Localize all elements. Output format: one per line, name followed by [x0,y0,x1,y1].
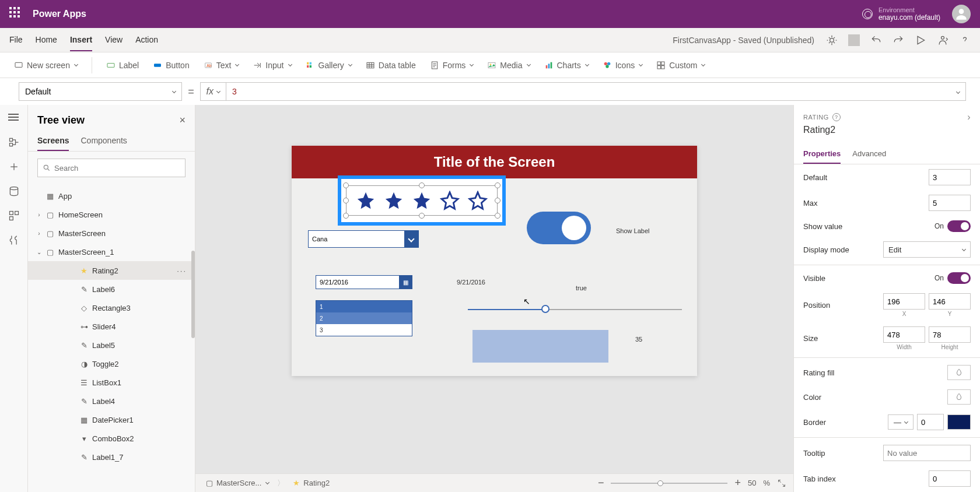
prop-display-mode-select[interactable]: Edit [883,241,971,258]
formula-value[interactable]: 3 [226,87,950,96]
formula-bar[interactable]: fx 3 [200,82,966,101]
zoom-out-icon[interactable]: − [598,477,604,489]
close-tree-icon[interactable]: × [179,114,186,126]
listbox-control[interactable]: 1 2 3 [316,300,412,336]
zoom-slider[interactable] [611,483,727,484]
prop-x-input[interactable] [883,293,925,310]
prop-border-color[interactable] [947,414,971,430]
prop-default-label: Default [803,173,827,182]
prop-color-button[interactable] [947,389,971,405]
tree-view-icon[interactable] [8,136,20,148]
listbox-item[interactable]: 1 [316,301,412,312]
tab-screens[interactable]: Screens [37,131,69,151]
menu-insert[interactable]: Insert [70,29,92,51]
ribbon-icons[interactable]: Icons [603,61,642,70]
ribbon-text[interactable]: Ab Text [204,61,239,70]
share-icon[interactable] [937,34,949,46]
media-panel-icon[interactable] [8,210,20,222]
ribbon-media[interactable]: Media [487,61,530,70]
advanced-tools-icon[interactable] [8,234,20,246]
more-icon[interactable]: ··· [177,266,187,275]
zoom-in-icon[interactable]: + [734,477,741,489]
tree-node-datepicker1[interactable]: ▦DatePicker1 [28,410,195,429]
listbox-item[interactable]: 2 [316,312,412,324]
menu-file[interactable]: File [9,29,23,51]
insert-icon[interactable] [8,161,20,173]
tree-node-label5[interactable]: ✎Label5 [28,336,195,354]
props-tab-advanced[interactable]: Advanced [852,145,886,164]
combobox-control[interactable]: Cana [308,230,419,248]
tree-node-app[interactable]: ▦App [28,187,195,205]
prop-default-input[interactable] [929,169,971,185]
breadcrumb-selection[interactable]: ★ Rating2 [289,477,333,489]
tree-node-homescreen[interactable]: ›▢HomeScreen [28,205,195,224]
prop-y-input[interactable] [929,293,971,310]
search-input[interactable] [54,164,180,173]
rectangle-control[interactable] [473,330,608,363]
ribbon-data-table[interactable]: Data table [366,61,416,70]
tree-node-rectangle3[interactable]: ◇Rectangle3 [28,298,195,317]
environment-picker[interactable]: Environment enayu.com (default) [862,6,940,22]
prop-width-input[interactable] [883,326,925,343]
play-icon[interactable] [915,34,926,46]
help-icon[interactable]: ? [832,113,841,121]
combobox-dropdown-button[interactable] [404,231,418,247]
slider-thumb[interactable] [541,305,550,313]
tree-node-masterscreen1[interactable]: ⌄▢MasterScreen_1 [28,243,195,261]
toggle-control[interactable] [527,212,591,244]
prop-visible-toggle[interactable] [947,272,971,284]
prop-border-width[interactable] [917,414,944,430]
listbox-item[interactable]: 3 [316,324,412,336]
ribbon-charts[interactable]: Charts [544,61,589,70]
calendar-icon[interactable]: ▦ [399,276,412,289]
prop-height-input[interactable] [929,326,971,343]
redo-icon[interactable] [892,34,904,46]
tree-node-label17[interactable]: ✎Label1_7 [28,448,195,466]
tree-node-masterscreen[interactable]: ›▢MasterScreen [28,224,195,243]
canvas-screen[interactable]: Title of the Screen Cana [292,146,697,376]
fx-label[interactable]: fx [201,83,226,100]
menu-action[interactable]: Action [135,29,158,51]
prop-show-value-toggle[interactable] [947,220,971,232]
ribbon-new-screen[interactable]: New screen [14,61,78,70]
expand-formula-icon[interactable] [950,86,965,97]
app-launcher-icon[interactable] [9,7,23,21]
ribbon-input[interactable]: Input [253,61,291,70]
tree-node-rating2[interactable]: ★Rating2··· [28,261,195,280]
property-selector[interactable]: Default [19,82,182,101]
ribbon-gallery[interactable]: Gallery [306,61,352,70]
fit-screen-icon[interactable] [777,479,786,488]
ribbon-custom[interactable]: Custom [656,61,705,70]
user-avatar[interactable] [952,5,971,23]
undo-icon[interactable] [870,34,882,46]
tree-node-toggle2[interactable]: ◑Toggle2 [28,354,195,373]
prop-rating-fill-button[interactable] [947,365,971,380]
tree-node-label6[interactable]: ✎Label6 [28,280,195,298]
tree-node-listbox1[interactable]: ☰ListBox1 [28,373,195,392]
tree-node-combobox2[interactable]: ▾ComboBox2 [28,429,195,448]
slider-control[interactable] [468,309,682,310]
prop-tab-index-input[interactable] [929,470,971,487]
tree-node-label4[interactable]: ✎Label4 [28,392,195,410]
props-tab-properties[interactable]: Properties [803,145,841,164]
ribbon-forms[interactable]: Forms [430,61,474,70]
prop-border-style[interactable]: — [888,414,914,430]
ribbon-button[interactable]: Button [153,61,189,70]
help-icon[interactable] [959,34,971,46]
rating-control-selected[interactable] [338,175,506,226]
chevron-right-icon[interactable]: › [967,112,971,122]
hamburger-icon[interactable] [8,112,20,124]
tree-scrollbar[interactable] [191,251,195,338]
tab-components[interactable]: Components [80,131,127,151]
data-icon[interactable] [8,185,20,197]
app-checker-icon[interactable] [826,34,838,46]
tree-search[interactable] [37,159,186,177]
tree-node-slider4[interactable]: ⊶Slider4 [28,317,195,336]
menu-view[interactable]: View [105,29,123,51]
breadcrumb-screen[interactable]: ▢ MasterScre... [202,477,272,489]
prop-tooltip-input[interactable] [883,445,971,461]
menu-home[interactable]: Home [36,29,57,51]
prop-max-input[interactable] [929,195,971,211]
datepicker-control[interactable]: 9/21/2016 ▦ [316,275,412,289]
ribbon-label[interactable]: Label [106,61,139,70]
